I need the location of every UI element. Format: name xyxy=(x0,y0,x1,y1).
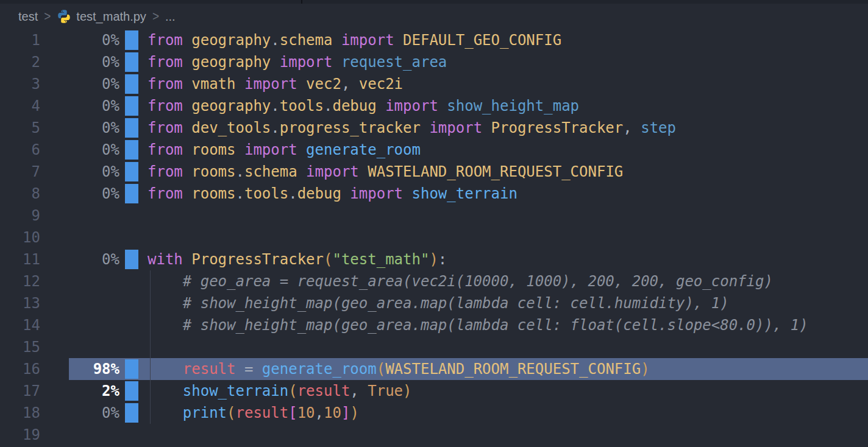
breadcrumb-file[interactable]: test_math.py xyxy=(57,9,146,24)
profile-percent: 0% xyxy=(55,183,119,205)
code-text[interactable]: show_terrain(result, True) xyxy=(148,380,412,402)
profile-percent: 0% xyxy=(55,73,119,95)
code-text[interactable]: from rooms import generate_room xyxy=(148,139,421,161)
editor-line: 10 xyxy=(0,227,868,248)
editor-line: 30%from vmath import vec2, vec2i xyxy=(0,73,868,95)
code-text[interactable]: from geography.tools.debug import show_h… xyxy=(148,95,579,117)
profile-percent: 0% xyxy=(55,139,119,161)
editor-line: 1698% result = generate_room(WASTELAND_R… xyxy=(0,358,868,380)
line-number[interactable]: 16 xyxy=(0,358,40,380)
editor-line: 13 # show_height_map(geo_area.map(lambda… xyxy=(0,292,868,314)
coverage-marker xyxy=(125,184,138,203)
editor-line: 70%from rooms.schema import WASTELAND_RO… xyxy=(0,161,868,183)
tab-divider xyxy=(301,0,302,4)
code-text[interactable]: # show_height_map(geo_area.map(lambda ce… xyxy=(148,292,729,314)
profile-percent: 98% xyxy=(55,358,119,380)
editor-line: 60%from rooms import generate_room xyxy=(0,139,868,161)
coverage-marker xyxy=(125,381,138,401)
coverage-marker xyxy=(125,52,138,72)
line-number[interactable]: 2 xyxy=(0,51,40,73)
editor-line: 15 xyxy=(0,336,868,358)
coverage-marker xyxy=(125,359,138,379)
chevron-right-icon: > xyxy=(152,9,159,24)
code-text[interactable]: # geo_area = request_area(vec2i(10000, 1… xyxy=(148,270,773,292)
python-icon xyxy=(57,9,71,24)
editor-line: 172% show_terrain(result, True) xyxy=(0,380,868,402)
line-number[interactable]: 17 xyxy=(0,380,40,402)
editor-line: 20%from geography import request_area xyxy=(0,51,868,73)
coverage-marker xyxy=(125,74,138,94)
code-text[interactable]: with ProgressTracker("test_math"): xyxy=(148,248,447,270)
profile-percent: 0% xyxy=(55,95,119,117)
line-number[interactable]: 4 xyxy=(0,95,40,117)
code-text[interactable]: from dev_tools.progress_tracker import P… xyxy=(148,117,676,139)
line-number[interactable]: 7 xyxy=(0,161,40,183)
code-text[interactable]: from rooms.tools.debug import show_terra… xyxy=(148,183,518,205)
code-text[interactable]: # show_height_map(geo_area.map(lambda ce… xyxy=(148,314,808,336)
line-number[interactable]: 5 xyxy=(0,117,40,139)
line-number[interactable]: 6 xyxy=(0,139,40,161)
code-text[interactable]: from vmath import vec2, vec2i xyxy=(148,73,403,95)
code-text[interactable]: from geography.schema import DEFAULT_GEO… xyxy=(148,29,561,51)
profile-percent: 0% xyxy=(55,402,119,424)
editor-line: 40%from geography.tools.debug import sho… xyxy=(0,95,868,117)
editor-line: 80%from rooms.tools.debug import show_te… xyxy=(0,183,868,205)
profile-percent: 2% xyxy=(55,380,119,402)
line-number[interactable]: 19 xyxy=(0,424,40,446)
profile-percent: 0% xyxy=(55,51,119,73)
indent-guide xyxy=(150,270,151,424)
editor-line: 110%with ProgressTracker("test_math"): xyxy=(0,248,868,270)
editor-line: 14 # show_height_map(geo_area.map(lambda… xyxy=(0,314,868,336)
coverage-marker xyxy=(125,250,138,269)
profile-percent: 0% xyxy=(55,29,119,51)
line-number[interactable]: 18 xyxy=(0,402,40,424)
coverage-marker xyxy=(125,403,138,423)
chevron-right-icon: > xyxy=(44,9,51,24)
editor-line: 19 xyxy=(0,424,868,446)
line-number[interactable]: 3 xyxy=(0,73,40,95)
line-number[interactable]: 15 xyxy=(0,336,40,358)
coverage-marker xyxy=(125,30,138,50)
coverage-marker xyxy=(125,140,138,160)
line-number[interactable]: 1 xyxy=(0,29,40,51)
editor-line: 50%from dev_tools.progress_tracker impor… xyxy=(0,117,868,139)
breadcrumb-folder[interactable]: test xyxy=(18,10,38,24)
breadcrumb-file-label: test_math.py xyxy=(76,10,146,24)
coverage-marker xyxy=(125,162,138,181)
profile-percent: 0% xyxy=(55,161,119,183)
profile-percent: 0% xyxy=(55,248,119,270)
line-number[interactable]: 10 xyxy=(0,227,40,248)
line-number[interactable]: 11 xyxy=(0,248,40,270)
line-number[interactable]: 8 xyxy=(0,183,40,205)
code-text[interactable]: result = generate_room(WASTELAND_ROOM_RE… xyxy=(148,358,650,380)
tab-bar-edge xyxy=(0,0,868,4)
code-text[interactable]: print(result[10,10]) xyxy=(148,402,359,424)
editor-line: 12 # geo_area = request_area(vec2i(10000… xyxy=(0,270,868,292)
editor-lines: 10%from geography.schema import DEFAULT_… xyxy=(0,29,868,446)
code-text[interactable]: from geography import request_area xyxy=(148,51,447,73)
line-number[interactable]: 12 xyxy=(0,270,40,292)
coverage-marker xyxy=(125,96,138,116)
breadcrumb-symbol-more[interactable]: ... xyxy=(165,10,176,24)
code-text[interactable]: from rooms.schema import WASTELAND_ROOM_… xyxy=(148,161,623,183)
line-number[interactable]: 13 xyxy=(0,292,40,314)
editor-line: 9 xyxy=(0,205,868,227)
editor: 10%from geography.schema import DEFAULT_… xyxy=(0,29,868,446)
editor-line: 180% print(result[10,10]) xyxy=(0,402,868,424)
profile-percent: 0% xyxy=(55,117,119,139)
editor-line: 10%from geography.schema import DEFAULT_… xyxy=(0,29,868,51)
breadcrumb: test > test_math.py > ... xyxy=(0,4,868,29)
line-number[interactable]: 9 xyxy=(0,205,40,227)
line-number[interactable]: 14 xyxy=(0,314,40,336)
coverage-marker xyxy=(125,118,138,138)
